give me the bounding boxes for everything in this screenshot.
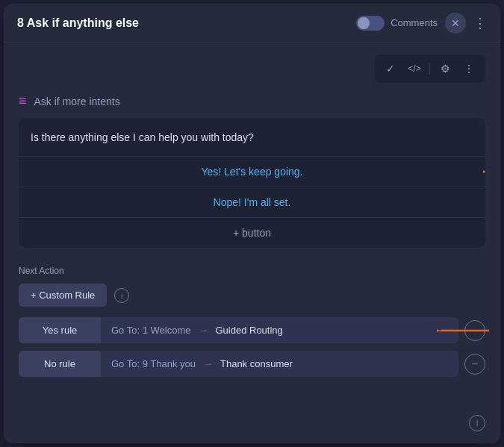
bottom-info-icon-button[interactable]: i	[469, 415, 485, 431]
header-controls: Comments ✕ ⋮	[356, 13, 487, 34]
toolbar-divider	[429, 63, 430, 75]
bottom-info: i	[469, 415, 485, 431]
dots-icon: ⋮	[473, 15, 487, 31]
no-rule-arrow: →	[203, 358, 213, 369]
code-icon-button[interactable]: </>	[404, 58, 425, 79]
add-button[interactable]: + button	[19, 217, 485, 248]
gear-icon-button[interactable]: ⚙	[435, 58, 455, 79]
orange-arrow-svg	[483, 163, 485, 180]
nope-button[interactable]: Nope! I'm all set.	[19, 187, 485, 217]
code-icon: </>	[408, 63, 420, 74]
yes-rule-remove-button[interactable]: −	[464, 320, 485, 341]
content-area: ✓ </> ⚙ ⋮ ≡ Ask if more intents Is there	[4, 43, 500, 443]
check-icon-button[interactable]: ✓	[380, 58, 401, 79]
comments-toggle[interactable]	[356, 16, 385, 31]
no-rule-goto: Go To: 9 Thank you	[111, 358, 196, 369]
section-icon: ≡	[19, 93, 27, 109]
page-title: 8 Ask if anything else	[17, 16, 356, 30]
gear-icon: ⚙	[441, 63, 450, 75]
custom-rule-button[interactable]: + Custom Rule	[19, 284, 107, 307]
close-icon: ✕	[451, 17, 460, 29]
yes-rule-destination: Guided Routing	[215, 325, 282, 336]
yes-rule-label: Yes rule	[19, 317, 101, 343]
no-rule-label: No rule	[19, 351, 101, 377]
message-card: Is there anything else I can help you wi…	[19, 118, 485, 248]
message-text: Is there anything else I can help you wi…	[19, 118, 485, 156]
yes-button[interactable]: Yes! Let's keep going.	[19, 156, 485, 187]
next-action-section: Next Action + Custom Rule i Yes rule Go …	[19, 266, 485, 377]
no-rule-destination: Thank consumer	[220, 358, 293, 369]
no-rule-value: Go To: 9 Thank you → Thank consumer	[101, 351, 458, 377]
custom-rule-row: + Custom Rule i	[19, 284, 485, 307]
top-toolbar: ✓ </> ⚙ ⋮	[19, 54, 485, 83]
no-rule-row: No rule Go To: 9 Thank you → Thank consu…	[19, 351, 485, 377]
minus-icon: −	[471, 324, 478, 337]
section-title: Ask if more intents	[34, 96, 120, 107]
info-icon-button[interactable]: i	[114, 288, 129, 303]
more-options-button[interactable]: ⋮	[473, 15, 487, 31]
close-button[interactable]: ✕	[445, 13, 466, 34]
yes-rule-arrow: →	[198, 325, 208, 336]
no-rule-remove-button[interactable]: −	[464, 354, 485, 375]
check-icon: ✓	[386, 63, 395, 75]
yes-rule-goto: Go To: 1 Welcome	[111, 325, 190, 336]
yes-rule-value: Go To: 1 Welcome → Guided Routing	[101, 317, 458, 343]
no-minus-icon: −	[471, 357, 478, 371]
toolbar-group: ✓ </> ⚙ ⋮	[374, 54, 485, 83]
yes-arrow-indicator	[483, 163, 485, 180]
next-action-label: Next Action	[19, 266, 485, 276]
main-window: 8 Ask if anything else Comments ✕ ⋮ ✓ </…	[4, 4, 500, 443]
bottom-info-icon: i	[476, 418, 479, 428]
toolbar-more-icon: ⋮	[464, 63, 474, 75]
toolbar-more-button[interactable]: ⋮	[458, 58, 479, 79]
header: 8 Ask if anything else Comments ✕ ⋮	[4, 4, 500, 43]
section-header: ≡ Ask if more intents	[19, 93, 485, 109]
info-icon: i	[121, 291, 122, 300]
comments-toggle-wrap: Comments	[356, 16, 438, 31]
yes-rule-row: Yes rule Go To: 1 Welcome → Guided Routi…	[19, 317, 485, 343]
comments-label: Comments	[391, 17, 438, 28]
